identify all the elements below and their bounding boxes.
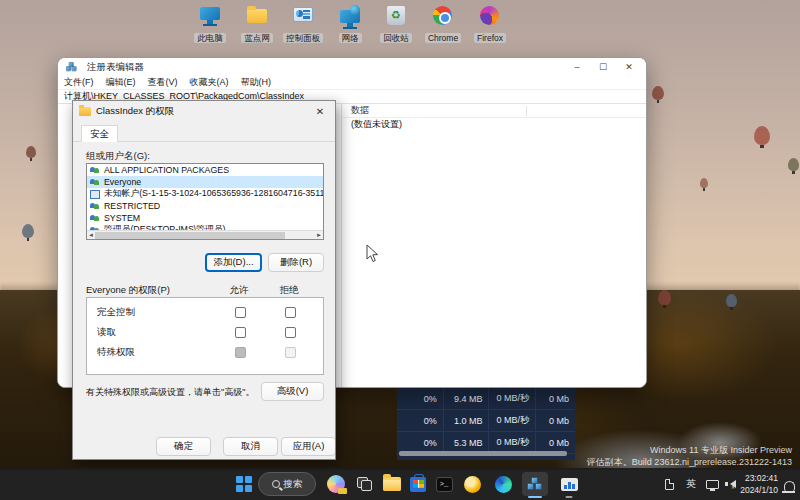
desktop-icon-label: Firefox bbox=[474, 33, 506, 43]
folder-icon bbox=[79, 107, 91, 116]
group-user-listbox: ALL APPLICATION PACKAGES Everyone 未知帐户(S… bbox=[86, 163, 324, 240]
speaker-muted-icon bbox=[730, 480, 736, 488]
scroll-right-arrow[interactable]: ► bbox=[315, 231, 323, 239]
menu-view[interactable]: 查看(V) bbox=[148, 76, 178, 89]
task-manager-taskbar-button[interactable] bbox=[556, 472, 582, 496]
taskmgr-cpu-cell: 0% bbox=[397, 410, 444, 431]
registry-value-row[interactable]: (数值未设置) bbox=[343, 118, 646, 131]
cancel-button[interactable]: 取消 bbox=[223, 437, 278, 456]
taskbar-clock[interactable]: 23:02:41 2024/1/10 bbox=[740, 472, 778, 496]
advanced-button[interactable]: 高级(V) bbox=[261, 382, 324, 401]
desktop-icon-landian-folder[interactable]: 蓝点网 bbox=[234, 5, 280, 43]
hot-air-balloon bbox=[652, 86, 664, 100]
user-list-item[interactable]: ALL APPLICATION PACKAGES bbox=[87, 164, 323, 176]
terminal-button[interactable]: >_ bbox=[431, 472, 457, 496]
desktop-icon-firefox[interactable]: Firefox bbox=[467, 5, 513, 43]
close-button[interactable]: ✕ bbox=[616, 58, 642, 76]
desktop-icon-label: 回收站 bbox=[380, 33, 412, 43]
deny-column-header: 拒绝 bbox=[269, 284, 309, 297]
users-group-icon bbox=[90, 166, 100, 175]
taskmgr-process-row[interactable]: 0% 9.4 MB 0 MB/秒 0 Mb bbox=[397, 388, 575, 410]
permission-row: 读取 bbox=[87, 323, 323, 341]
task-manager-window[interactable]: 0% 9.4 MB 0 MB/秒 0 Mb 0% 1.0 MB 0 MB/秒 0… bbox=[397, 385, 575, 460]
user-list-item[interactable]: RESTRICTED bbox=[87, 200, 323, 212]
display-icon bbox=[706, 480, 719, 489]
notification-bell-button[interactable] bbox=[780, 476, 798, 496]
maximize-button[interactable]: ☐ bbox=[590, 58, 616, 76]
taskmgr-memory-cell: 1.0 MB bbox=[444, 410, 490, 431]
terminal-icon: >_ bbox=[436, 477, 453, 492]
menu-edit[interactable]: 编辑(E) bbox=[106, 76, 136, 89]
network-icon bbox=[338, 5, 362, 27]
winver-line2: 评估副本。Build 23612.ni_prerelease.231222-14… bbox=[587, 456, 792, 468]
value-column-header-data[interactable]: 数据 bbox=[343, 104, 646, 118]
regedit-menubar: 文件(F) 编辑(E) 查看(V) 收藏夹(A) 帮助(H) bbox=[58, 76, 646, 90]
dialog-tabstrip: 安全 bbox=[73, 125, 335, 142]
folder-icon bbox=[245, 5, 269, 27]
registry-editor-taskbar-button[interactable] bbox=[522, 472, 548, 496]
mouse-cursor bbox=[366, 244, 379, 263]
desktop-icon-label: 控制面板 bbox=[283, 33, 323, 43]
deny-checkbox[interactable] bbox=[285, 327, 296, 338]
dialog-titlebar[interactable]: ClassIndex 的权限 ✕ bbox=[73, 101, 335, 121]
task-view-button[interactable] bbox=[352, 472, 378, 496]
taskmgr-horizontal-scrollbar[interactable] bbox=[399, 451, 567, 456]
allow-checkbox[interactable] bbox=[235, 307, 246, 318]
permissions-for-label: Everyone 的权限(P) bbox=[86, 284, 170, 297]
hot-air-balloon bbox=[700, 178, 708, 188]
scrollbar-thumb[interactable] bbox=[95, 232, 285, 239]
desktop-icon-recycle-bin[interactable]: ♻ 回收站 bbox=[373, 5, 419, 43]
menu-favorites[interactable]: 收藏夹(A) bbox=[190, 76, 229, 89]
firefox-icon bbox=[478, 5, 502, 27]
orange-app-button[interactable] bbox=[459, 472, 485, 496]
minimize-button[interactable]: – bbox=[564, 58, 590, 76]
search-label: 搜索 bbox=[284, 478, 303, 491]
user-list-item[interactable]: 未知帐户(S-1-15-3-1024-1065365936-1281604716… bbox=[87, 188, 323, 200]
ok-button[interactable]: 确定 bbox=[156, 437, 211, 456]
file-explorer-button[interactable] bbox=[379, 472, 405, 496]
scroll-left-arrow[interactable]: ◄ bbox=[87, 231, 95, 239]
user-list-item[interactable]: SYSTEM bbox=[87, 212, 323, 224]
taskmgr-cpu-cell: 0% bbox=[397, 388, 444, 409]
recycle-bin-icon: ♻ bbox=[384, 5, 408, 27]
tray-document-button[interactable] bbox=[660, 474, 678, 494]
close-icon[interactable]: ✕ bbox=[311, 106, 329, 117]
menu-help[interactable]: 帮助(H) bbox=[241, 76, 272, 89]
file-explorer-icon bbox=[383, 477, 401, 491]
taskmgr-network-cell: 0 Mb bbox=[536, 410, 575, 431]
taskmgr-process-row[interactable]: 0% 1.0 MB 0 MB/秒 0 Mb bbox=[397, 410, 575, 432]
taskmgr-network-cell: 0 Mb bbox=[536, 432, 575, 453]
add-button[interactable]: 添加(D)... bbox=[205, 253, 262, 272]
start-button[interactable] bbox=[231, 472, 257, 496]
windows-logo-icon bbox=[236, 476, 252, 492]
running-app-indicator bbox=[566, 496, 573, 499]
taskmgr-disk-cell: 0 MB/秒 bbox=[489, 388, 536, 409]
ime-indicator[interactable]: 英 bbox=[682, 474, 700, 494]
menu-file[interactable]: 文件(F) bbox=[64, 76, 94, 89]
document-icon bbox=[665, 479, 674, 490]
task-manager-icon bbox=[561, 478, 578, 491]
deny-checkbox[interactable] bbox=[285, 307, 296, 318]
desktop-icon-network[interactable]: 网络 bbox=[327, 5, 373, 43]
regedit-titlebar[interactable]: 注册表编辑器 – ☐ ✕ bbox=[58, 58, 646, 76]
microsoft-store-button[interactable] bbox=[405, 472, 431, 496]
desktop-icon-chrome[interactable]: Chrome bbox=[420, 5, 466, 43]
remove-button[interactable]: 删除(R) bbox=[268, 253, 324, 272]
hot-air-balloon bbox=[726, 294, 737, 307]
edge-button[interactable] bbox=[490, 472, 516, 496]
allow-checkbox[interactable] bbox=[235, 327, 246, 338]
permissions-dialog: ClassIndex 的权限 ✕ 安全 组或用户名(G): ALL APPLIC… bbox=[72, 100, 336, 460]
column-divider[interactable] bbox=[526, 106, 527, 116]
list-horizontal-scrollbar[interactable]: ◄ ► bbox=[87, 230, 323, 239]
copilot-button[interactable] bbox=[323, 472, 349, 496]
taskbar-search[interactable]: 搜索 bbox=[258, 472, 316, 496]
apply-button[interactable]: 应用(A) bbox=[281, 437, 336, 456]
desktop-icon-label: 此电脑 bbox=[194, 33, 226, 43]
taskmgr-disk-cell: 0 MB/秒 bbox=[489, 410, 536, 431]
user-list-item-selected[interactable]: Everyone bbox=[87, 176, 323, 188]
desktop-icon-this-pc[interactable]: 此电脑 bbox=[187, 5, 233, 43]
hot-air-balloon bbox=[788, 158, 799, 171]
tray-display-button[interactable] bbox=[703, 474, 721, 494]
desktop-icon-control-panel[interactable]: 控制面板 bbox=[280, 5, 326, 43]
tab-security[interactable]: 安全 bbox=[81, 125, 118, 142]
